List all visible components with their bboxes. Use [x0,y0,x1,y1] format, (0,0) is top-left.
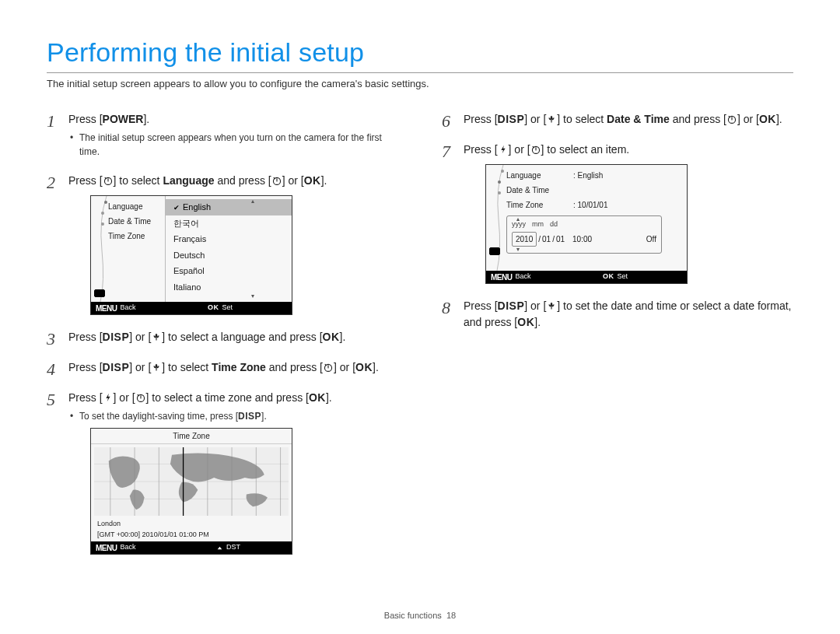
disp-label: DISP [238,411,261,422]
ok-label: OK [323,331,340,343]
timer-icon [271,175,282,186]
t: ]. [776,113,782,125]
timer-icon [530,144,541,155]
lcd2-city: London [91,519,292,530]
t: ] to select [114,174,163,187]
timezone-bold: Time Zone [212,361,266,373]
t: Press [ [68,331,103,343]
left-column: Press [POWER]. The initial setup screen … [47,111,398,569]
step1-post: ]. [143,113,149,125]
lcd-datetime: Language: English Date & Time Time Zone:… [485,164,688,284]
timer-icon [103,175,114,186]
step1-pre: Press [ [68,113,103,125]
dst-label: DST [226,542,240,553]
svg-point-1 [104,201,107,204]
t: Press [ [68,391,103,404]
dd-label: dd [550,219,558,230]
up-arrow-icon [216,545,223,552]
timer-icon [323,362,334,373]
lcd3-tz-label: Time Zone [506,199,573,211]
macro-icon [546,114,557,124]
t: / [538,233,541,245]
t: ] or [ [129,331,151,343]
t: Press [ [68,174,103,187]
down-arrow-icon: ▾ [251,292,254,301]
svg-point-17 [501,170,504,173]
step5-bullet: To set the daylight-saving time, press [… [68,409,398,423]
curve-decoration [99,196,108,302]
back-label: Back [515,271,530,282]
battery-icon [489,247,500,255]
step-6: Press [DISP] or [] to select Date & Time… [442,111,793,128]
up-arrow-icon: ▴ [251,197,254,206]
lcd3-dt-label: Date & Time [506,184,573,196]
down-arrow-icon: ▾ [516,245,520,254]
battery-icon [94,289,105,297]
t: ] to select [557,113,607,125]
lcd3-lang-value: : English [573,170,603,181]
t: ]. [534,316,541,328]
lcd1-item: Time Zone [108,230,160,242]
step-7: Press [] or [] to select an item. Langua… [442,142,793,284]
step-3: Press [DISP] or [] to select a language … [47,329,398,345]
step1-bullet: The initial setup screen appears when yo… [68,131,398,159]
disp-label: DISP [103,331,130,343]
t: and press [ [215,174,271,187]
menu-icon: MENU [491,271,512,283]
ok-label: OK [759,113,776,125]
footer-section: Basic functions [384,611,442,620]
lcd2-stamp: [GMT +00:00] 2010/01/01 01:00 PM [91,530,292,542]
t: ] or [ [524,299,546,312]
t: Press [ [464,299,498,312]
set-label: Set [222,303,233,313]
off-value: Off [625,233,656,245]
t: ] or [ [509,143,530,156]
year-value: 2010 [512,232,537,247]
lcd1-option: 한국어 [166,215,292,232]
disp-label: DISP [498,299,525,312]
lcd1-option: Español [166,263,292,279]
lcd1-item: Date & Time [108,215,160,227]
back-label: Back [120,542,135,553]
time-value: 10:00 [572,233,592,245]
page-footer: Basic functions 18 [0,611,840,620]
t: ] or [ [282,174,304,187]
t: ] or [ [737,113,759,125]
set-label: Set [617,271,628,282]
ok-label: OK [603,271,614,282]
ok-label: OK [208,303,219,313]
menu-icon: MENU [96,303,117,314]
t: To set the daylight-saving time, press [ [79,411,238,422]
t: ] to select a language and press [ [162,331,322,343]
flash-icon [103,392,114,403]
day-value: 01 [556,233,565,245]
t: Press [ [68,361,103,373]
lcd1-option: Français [166,231,292,247]
step-8: Press [DISP] or [] to set the date and t… [442,298,793,331]
step-4: Press [DISP] or [] to select Time Zone a… [47,359,398,376]
lcd1-option-selected: English [166,199,292,215]
ok-label: OK [309,391,326,404]
t: ] or [ [114,391,135,404]
t: ] to select an item. [541,143,630,156]
back-label: Back [120,303,135,313]
t: and press [ [266,361,323,373]
lcd3-dtbox: ▴ yyyy mm dd 2010/01/01 10:00 Off [506,215,662,254]
t: ] or [ [524,113,546,125]
language-bold: Language [163,174,214,187]
disp-label: DISP [103,361,130,373]
lcd1-item: Language [108,201,160,212]
timer-icon [135,392,146,403]
svg-point-18 [498,180,501,184]
ok-label: OK [355,361,373,373]
macro-icon [546,300,557,311]
t: ] to select [162,361,212,373]
macro-icon [151,362,162,373]
footer-page: 18 [446,611,456,620]
lcd-language: Language Date & Time Time Zone ▴ English… [90,195,292,315]
macro-icon [151,331,162,342]
step-5: Press [] or [] to select a time zone and… [47,390,398,555]
month-value: 01 [542,233,551,245]
mm-label: mm [532,219,544,230]
lcd3-tz-value: : 10/01/01 [573,199,607,211]
